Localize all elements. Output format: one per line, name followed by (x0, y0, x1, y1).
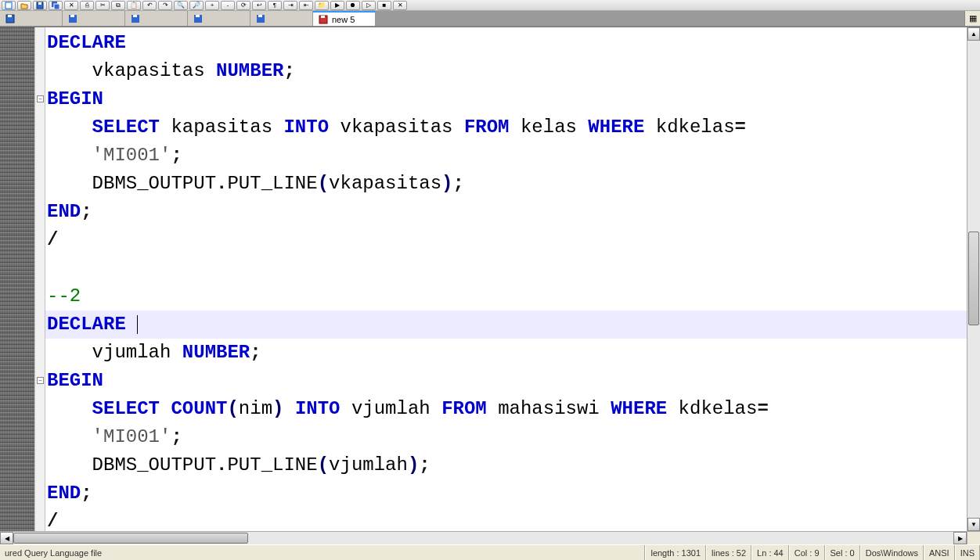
code-token: / (47, 229, 58, 250)
code-editor[interactable]: DECLARE vkapasitas NUMBER;BEGIN SELECT k… (45, 27, 967, 531)
code-token: 'MI001' (92, 145, 171, 166)
file-tab[interactable] (63, 11, 125, 26)
toolbar-button[interactable]: ✕ (393, 1, 407, 10)
code-token: INTO (295, 398, 340, 419)
status-length: length : 1301 (645, 545, 706, 560)
toolbar-button[interactable]: ↶ (142, 1, 157, 10)
code-token: vkapasitas (47, 60, 216, 81)
status-bar: ured Query Language file length : 1301 l… (0, 544, 980, 560)
code-line[interactable]: END; (47, 479, 967, 508)
toolbar-button[interactable]: ⇤ (299, 1, 313, 10)
code-token: WHERE (611, 398, 667, 419)
fold-toggle-icon[interactable]: − (37, 377, 44, 384)
code-token: WHERE (588, 117, 644, 138)
svg-rect-0 (5, 2, 12, 9)
file-icon (255, 13, 266, 24)
toolbar-button[interactable]: - (221, 1, 235, 10)
scroll-thumb[interactable] (968, 232, 979, 325)
file-tab[interactable] (188, 11, 250, 26)
code-token: = (757, 398, 768, 419)
code-token (47, 145, 92, 166)
scroll-corner (967, 532, 980, 544)
scroll-track[interactable] (967, 41, 980, 518)
horizontal-scrollbar[interactable]: ◀ ▶ (0, 531, 980, 544)
toolbar-button[interactable]: ⏺ (346, 1, 360, 10)
file-tab[interactable] (250, 11, 313, 26)
toolbar-button[interactable] (17, 1, 31, 10)
toolbar-button[interactable]: ↷ (158, 1, 172, 10)
code-line[interactable]: 'MI001'; (47, 423, 967, 451)
toolbar-button[interactable]: ✂ (95, 1, 110, 10)
toolbar-button[interactable]: ⟳ (236, 1, 250, 10)
code-token: kdkelas (644, 117, 734, 138)
toolbar-button[interactable]: + (205, 1, 219, 10)
toolbar-button[interactable]: ✕ (64, 1, 78, 10)
code-token: ) (408, 454, 419, 476)
save-icon[interactable] (33, 1, 47, 10)
toolbar-button[interactable]: ▶ (330, 1, 344, 10)
fold-gutter[interactable]: −− (35, 27, 45, 531)
scroll-right-icon[interactable]: ▶ (953, 532, 967, 544)
status-sel: Sel : 0 (825, 545, 860, 560)
toolbar-button[interactable]: ▷ (362, 1, 376, 10)
file-tab[interactable] (0, 11, 63, 26)
file-tab-active[interactable]: new 5 (313, 11, 376, 26)
status-lines: lines : 52 (706, 545, 751, 560)
code-line[interactable]: BEGIN (47, 85, 967, 113)
code-line[interactable]: / (47, 226, 967, 254)
toolbar-button[interactable]: 🔎 (189, 1, 204, 10)
scroll-down-icon[interactable]: ▼ (967, 518, 980, 531)
code-line[interactable]: DBMS_OUTPUT.PUT_LINE(vkapasitas); (47, 170, 967, 198)
code-line[interactable]: BEGIN (47, 367, 967, 395)
vertical-scrollbar[interactable]: ▲ ▼ (967, 27, 980, 531)
status-insert-mode[interactable]: INS (955, 545, 980, 560)
toolbar-button[interactable]: 🔍 (174, 1, 188, 10)
code-token: PUT_LINE (227, 454, 317, 476)
code-token: nim (239, 398, 272, 419)
code-token: NUMBER (182, 342, 250, 363)
toolbar-button[interactable]: ⧉ (111, 1, 125, 10)
status-col: Col : 9 (789, 545, 825, 560)
bookmark-gutter[interactable] (0, 27, 35, 531)
window-control-icon[interactable]: ▦ (964, 11, 980, 26)
code-token (47, 398, 92, 419)
code-line[interactable]: / (47, 508, 967, 531)
scroll-track[interactable] (13, 532, 953, 544)
code-token: ; (250, 342, 261, 363)
code-line[interactable]: DBMS_OUTPUT.PUT_LINE(vjumlah); (47, 451, 967, 479)
code-line[interactable]: --2 (47, 282, 967, 311)
code-line[interactable]: vjumlah NUMBER; (47, 339, 967, 367)
code-line[interactable]: DECLARE (45, 311, 967, 339)
toolbar-button[interactable] (49, 1, 63, 10)
editor-area: −− DECLARE vkapasitas NUMBER;BEGIN SELEC… (0, 27, 980, 531)
scroll-up-icon[interactable]: ▲ (967, 27, 980, 41)
code-token: DECLARE (47, 32, 126, 53)
toolbar-button[interactable]: ■ (377, 1, 391, 10)
status-ln: Ln : 44 (751, 545, 789, 560)
status-eol: Dos\Windows (860, 545, 924, 560)
tab-label: new 5 (332, 15, 355, 24)
code-token: / (47, 511, 58, 531)
scroll-left-icon[interactable]: ◀ (0, 532, 13, 544)
code-token (47, 426, 92, 447)
fold-toggle-icon[interactable]: − (37, 95, 44, 102)
file-tab[interactable] (125, 11, 188, 26)
toolbar-button[interactable]: ⇥ (283, 1, 297, 10)
toolbar-button[interactable]: ↩ (252, 1, 266, 10)
code-line[interactable]: END; (47, 198, 967, 226)
svg-rect-16 (321, 16, 325, 18)
toolbar-button[interactable]: 📋 (127, 1, 141, 10)
code-token: kdkelas (667, 398, 757, 419)
toolbar-button[interactable]: ¶ (268, 1, 282, 10)
code-line[interactable]: DECLARE (47, 29, 967, 57)
toolbar-button[interactable]: ⎙ (80, 1, 94, 10)
code-line[interactable]: SELECT kapasitas INTO vkapasitas FROM ke… (47, 113, 967, 142)
toolbar-button[interactable]: 📁 (315, 1, 329, 10)
code-token: PUT_LINE (227, 173, 317, 194)
code-line[interactable] (47, 254, 967, 282)
scroll-thumb[interactable] (13, 533, 248, 544)
toolbar-button[interactable] (2, 1, 16, 10)
code-line[interactable]: SELECT COUNT(nim) INTO vjumlah FROM maha… (47, 395, 967, 423)
code-line[interactable]: vkapasitas NUMBER; (47, 57, 967, 85)
code-line[interactable]: 'MI001'; (47, 142, 967, 170)
